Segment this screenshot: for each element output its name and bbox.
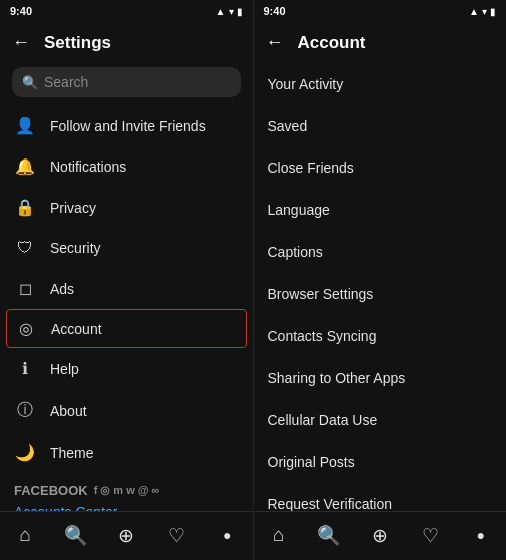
nav-profile-right[interactable]: ● bbox=[461, 520, 501, 550]
account-item-captions[interactable]: Captions bbox=[254, 231, 507, 273]
theme-icon: 🌙 bbox=[14, 443, 36, 462]
help-icon: ℹ bbox=[14, 359, 36, 378]
nav-profile-left[interactable]: ● bbox=[207, 520, 247, 550]
nav-search-left[interactable]: 🔍 bbox=[56, 520, 96, 550]
account-item-language[interactable]: Language bbox=[254, 189, 507, 231]
account-title: Account bbox=[298, 33, 366, 53]
account-header: ← Account bbox=[254, 22, 507, 63]
status-icons-right: ▲ ▾ ▮ bbox=[469, 6, 496, 17]
menu-item-about[interactable]: ⓘ About bbox=[0, 389, 253, 432]
account-item-sharing[interactable]: Sharing to Other Apps bbox=[254, 357, 507, 399]
theme-label: Theme bbox=[50, 445, 94, 461]
account-item-original-posts[interactable]: Original Posts bbox=[254, 441, 507, 483]
whatsapp-icon: w bbox=[126, 484, 135, 497]
back-button-right[interactable]: ← bbox=[262, 30, 288, 55]
signal-icon-right: ▲ bbox=[469, 6, 479, 17]
account-item-your-activity[interactable]: Your Activity bbox=[254, 63, 507, 105]
status-time-left: 9:40 bbox=[10, 5, 32, 17]
help-label: Help bbox=[50, 361, 79, 377]
facebook-social-icons: f ◎ m w @ ∞ bbox=[94, 484, 160, 497]
request-verification-label: Request Verification bbox=[268, 496, 393, 511]
account-icon: ◎ bbox=[15, 319, 37, 338]
menu-item-account[interactable]: ◎ Account bbox=[6, 309, 247, 348]
privacy-icon: 🔒 bbox=[14, 198, 36, 217]
facebook-label-text: FACEBOOK bbox=[14, 483, 88, 498]
search-bar[interactable]: 🔍 Search bbox=[12, 67, 241, 97]
menu-item-theme[interactable]: 🌙 Theme bbox=[0, 432, 253, 473]
account-item-saved[interactable]: Saved bbox=[254, 105, 507, 147]
nav-search-right[interactable]: 🔍 bbox=[309, 520, 349, 550]
battery-icon-right: ▮ bbox=[490, 6, 496, 17]
wifi-icon-right: ▾ bbox=[482, 6, 487, 17]
sharing-label: Sharing to Other Apps bbox=[268, 370, 406, 386]
facebook-icon: f bbox=[94, 484, 98, 497]
status-bar-left: 9:40 ▲ ▾ ▮ bbox=[0, 0, 253, 22]
ads-icon: ◻ bbox=[14, 279, 36, 298]
nav-home-right[interactable]: ⌂ bbox=[259, 520, 299, 550]
menu-item-follow[interactable]: 👤 Follow and Invite Friends bbox=[0, 105, 253, 146]
privacy-label: Privacy bbox=[50, 200, 96, 216]
bottom-nav-left: ⌂ 🔍 ⊕ ♡ ● bbox=[0, 511, 253, 560]
settings-title: Settings bbox=[44, 33, 111, 53]
original-posts-label: Original Posts bbox=[268, 454, 355, 470]
captions-label: Captions bbox=[268, 244, 323, 260]
menu-item-security[interactable]: 🛡 Security bbox=[0, 228, 253, 268]
follow-icon: 👤 bbox=[14, 116, 36, 135]
search-placeholder: Search bbox=[44, 74, 88, 90]
saved-label: Saved bbox=[268, 118, 308, 134]
menu-item-privacy[interactable]: 🔒 Privacy bbox=[0, 187, 253, 228]
browser-settings-label: Browser Settings bbox=[268, 286, 374, 302]
menu-item-help[interactable]: ℹ Help bbox=[0, 348, 253, 389]
status-time-right: 9:40 bbox=[264, 5, 286, 17]
account-item-contacts-syncing[interactable]: Contacts Syncing bbox=[254, 315, 507, 357]
security-label: Security bbox=[50, 240, 101, 256]
account-item-cellular[interactable]: Cellular Data Use bbox=[254, 399, 507, 441]
account-label: Account bbox=[51, 321, 102, 337]
menu-item-notifications[interactable]: 🔔 Notifications bbox=[0, 146, 253, 187]
settings-screen: 9:40 ▲ ▾ ▮ ← Settings 🔍 Search 👤 Follow … bbox=[0, 0, 253, 560]
messenger-icon: m bbox=[113, 484, 123, 497]
cellular-label: Cellular Data Use bbox=[268, 412, 378, 428]
notifications-label: Notifications bbox=[50, 159, 126, 175]
nav-home-left[interactable]: ⌂ bbox=[5, 520, 45, 550]
your-activity-label: Your Activity bbox=[268, 76, 344, 92]
notifications-icon: 🔔 bbox=[14, 157, 36, 176]
threads-icon: @ bbox=[138, 484, 149, 497]
instagram-icon: ◎ bbox=[100, 484, 110, 497]
menu-item-ads[interactable]: ◻ Ads bbox=[0, 268, 253, 309]
nav-add-left[interactable]: ⊕ bbox=[106, 520, 146, 550]
account-item-request-verification[interactable]: Request Verification bbox=[254, 483, 507, 511]
account-menu-list: Your Activity Saved Close Friends Langua… bbox=[254, 63, 507, 511]
oculus-icon: ∞ bbox=[151, 484, 159, 497]
follow-label: Follow and Invite Friends bbox=[50, 118, 206, 134]
facebook-section-label: FACEBOOK f ◎ m w @ ∞ bbox=[0, 473, 253, 500]
search-icon: 🔍 bbox=[22, 75, 38, 90]
ads-label: Ads bbox=[50, 281, 74, 297]
nav-add-right[interactable]: ⊕ bbox=[360, 520, 400, 550]
contacts-syncing-label: Contacts Syncing bbox=[268, 328, 377, 344]
settings-header: ← Settings bbox=[0, 22, 253, 63]
account-screen: 9:40 ▲ ▾ ▮ ← Account Your Activity Saved… bbox=[253, 0, 507, 560]
account-item-browser-settings[interactable]: Browser Settings bbox=[254, 273, 507, 315]
wifi-icon: ▾ bbox=[229, 6, 234, 17]
about-label: About bbox=[50, 403, 87, 419]
signal-icon: ▲ bbox=[216, 6, 226, 17]
settings-menu-list: 👤 Follow and Invite Friends 🔔 Notificati… bbox=[0, 105, 253, 511]
security-icon: 🛡 bbox=[14, 239, 36, 257]
bottom-nav-right: ⌂ 🔍 ⊕ ♡ ● bbox=[254, 511, 507, 560]
status-icons-left: ▲ ▾ ▮ bbox=[216, 6, 243, 17]
close-friends-label: Close Friends bbox=[268, 160, 354, 176]
language-label: Language bbox=[268, 202, 330, 218]
nav-heart-left[interactable]: ♡ bbox=[157, 520, 197, 550]
accounts-center-link[interactable]: Accounts Center bbox=[0, 500, 253, 511]
status-bar-right: 9:40 ▲ ▾ ▮ bbox=[254, 0, 507, 22]
back-button-left[interactable]: ← bbox=[8, 30, 34, 55]
about-icon: ⓘ bbox=[14, 400, 36, 421]
battery-icon: ▮ bbox=[237, 6, 243, 17]
account-item-close-friends[interactable]: Close Friends bbox=[254, 147, 507, 189]
nav-heart-right[interactable]: ♡ bbox=[410, 520, 450, 550]
